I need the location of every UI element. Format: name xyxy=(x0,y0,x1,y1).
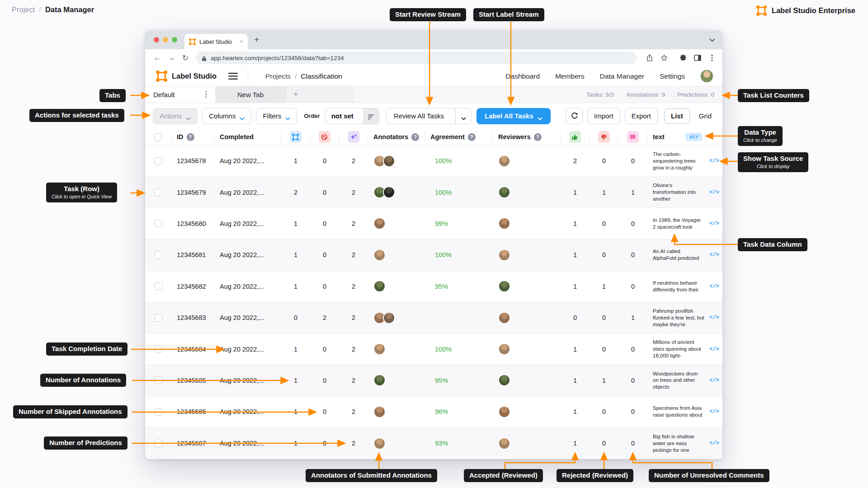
show-source-icon[interactable]: </> xyxy=(709,252,719,258)
reviewer-avatar[interactable] xyxy=(498,312,510,324)
show-source-icon[interactable]: </> xyxy=(709,440,719,446)
actions-dropdown[interactable]: Actions xyxy=(153,108,198,124)
sort-direction-button[interactable] xyxy=(363,108,379,124)
help-icon[interactable]: ? xyxy=(534,133,542,141)
reviewer-avatar[interactable] xyxy=(498,374,510,386)
label-all-tasks-button[interactable]: Label All Tasks xyxy=(476,108,551,124)
data-type-badge[interactable]: str xyxy=(686,133,702,141)
export-button[interactable]: Export xyxy=(625,108,658,124)
show-source-icon[interactable]: </> xyxy=(709,346,719,352)
nav-settings[interactable]: Settings xyxy=(660,72,685,80)
tab-options-icon[interactable] xyxy=(205,91,207,98)
annotator-avatar[interactable] xyxy=(373,437,386,450)
reviewer-avatar[interactable] xyxy=(498,249,510,261)
close-window-icon[interactable] xyxy=(154,37,159,42)
annotator-avatar[interactable] xyxy=(383,186,395,198)
annotator-avatar[interactable] xyxy=(373,343,386,355)
nav-dashboard[interactable]: Dashboard xyxy=(505,72,540,80)
tab-default[interactable]: Default xyxy=(145,86,216,103)
nav-members[interactable]: Members xyxy=(555,72,585,80)
accepted-reviews-icon[interactable] xyxy=(569,131,581,143)
reviewer-avatar[interactable] xyxy=(498,155,510,167)
header-reviewers[interactable]: Reviewers xyxy=(498,133,531,141)
hamburger-menu-icon[interactable] xyxy=(228,73,238,80)
tab-new-tab[interactable]: New Tab xyxy=(216,86,286,103)
extensions-icon[interactable] xyxy=(679,54,687,61)
table-row[interactable]: 12345684 Aug 20 2022,... 1 0 2 100% 1 0 … xyxy=(145,333,722,365)
show-source-icon[interactable]: </> xyxy=(709,221,719,227)
annotator-avatar[interactable] xyxy=(373,217,386,230)
browser-tab[interactable]: Label Studio × xyxy=(184,34,248,49)
table-row[interactable]: 12345680 Aug 20 2022,... 1 0 2 99% 1 0 0… xyxy=(145,208,722,239)
star-icon[interactable] xyxy=(660,54,668,61)
show-source-icon[interactable]: </> xyxy=(709,408,719,415)
row-checkbox[interactable] xyxy=(155,314,162,322)
annotator-avatar[interactable] xyxy=(373,374,386,386)
nav-data-manager[interactable]: Data Manager xyxy=(600,72,644,80)
help-icon[interactable]: ? xyxy=(468,133,476,141)
reviewer-avatar[interactable] xyxy=(498,406,510,418)
table-row[interactable]: 12345687 Aug 20 2022,... 1 0 2 93% 1 0 0… xyxy=(145,428,722,459)
user-avatar[interactable] xyxy=(700,70,713,83)
show-source-icon[interactable]: </> xyxy=(709,283,719,290)
help-icon[interactable]: ? xyxy=(411,133,419,141)
show-source-icon[interactable]: </> xyxy=(709,314,719,321)
reviewer-avatar[interactable] xyxy=(498,437,510,450)
row-checkbox[interactable] xyxy=(155,220,162,227)
label-studio-logo-icon[interactable] xyxy=(156,70,167,82)
table-row[interactable]: 12345683 Aug 20 2022,... 0 2 2 0 0 1 Pah… xyxy=(145,302,722,333)
show-source-icon[interactable]: </> xyxy=(709,377,719,384)
table-row[interactable]: 12345686 Aug 20 2022,... 1 0 2 96% 1 0 0… xyxy=(145,396,722,427)
breadcrumb-project[interactable]: Project xyxy=(12,5,35,14)
columns-dropdown[interactable]: Columns xyxy=(202,108,251,124)
forward-icon[interactable]: → xyxy=(166,53,177,62)
review-options-button[interactable] xyxy=(455,108,472,124)
reload-icon[interactable]: ↻ xyxy=(180,53,191,63)
table-row[interactable]: 12345681 Aug 20 2022,... 1 0 2 100% 1 0 … xyxy=(145,239,722,271)
row-checkbox[interactable] xyxy=(155,157,162,165)
header-completed[interactable]: Completed xyxy=(220,133,254,141)
back-icon[interactable]: ← xyxy=(152,53,163,62)
annotator-avatar[interactable] xyxy=(373,280,386,292)
header-id[interactable]: ID xyxy=(177,133,184,141)
add-tab-button[interactable]: + xyxy=(286,86,354,103)
row-checkbox[interactable] xyxy=(155,440,162,447)
minimize-window-icon[interactable] xyxy=(163,37,168,42)
rejected-reviews-icon[interactable] xyxy=(598,131,610,143)
annotator-avatar[interactable] xyxy=(373,249,386,261)
tab-search-chevron-icon[interactable] xyxy=(709,36,715,44)
close-tab-icon[interactable]: × xyxy=(240,38,243,45)
breadcrumb-projects[interactable]: Projects xyxy=(265,72,291,80)
reviewer-avatar[interactable] xyxy=(498,186,510,198)
header-text[interactable]: text xyxy=(653,133,665,141)
table-row[interactable]: 12345682 Aug 20 2022,... 1 0 2 95% 1 1 0… xyxy=(145,271,722,302)
reviewer-avatar[interactable] xyxy=(498,343,510,355)
row-checkbox[interactable] xyxy=(155,282,162,290)
filters-dropdown[interactable]: Filters xyxy=(256,108,297,124)
predictions-icon[interactable] xyxy=(348,131,359,143)
annotator-avatar[interactable] xyxy=(373,406,386,418)
table-row[interactable]: 12345679 Aug 20 2022,... 2 0 2 100% 1 1 … xyxy=(145,177,722,208)
annotator-avatar[interactable] xyxy=(383,155,395,167)
row-checkbox[interactable] xyxy=(155,345,162,353)
order-button[interactable]: not set xyxy=(325,108,379,124)
select-all-checkbox[interactable] xyxy=(154,133,162,141)
table-row[interactable]: 12345678 Aug 20 2022,... 1 0 2 100% 2 0 … xyxy=(145,145,722,177)
header-annotators[interactable]: Annotators xyxy=(373,133,408,141)
unresolved-comments-icon[interactable] xyxy=(627,131,639,143)
skipped-annotations-icon[interactable] xyxy=(319,131,330,143)
view-toggle-list[interactable]: List xyxy=(664,108,690,124)
row-checkbox[interactable] xyxy=(155,408,162,416)
review-all-tasks-button[interactable]: Review All Tasks xyxy=(386,108,472,124)
view-toggle-grid[interactable]: Grid xyxy=(694,112,716,120)
annotator-avatar[interactable] xyxy=(383,312,395,324)
show-source-icon[interactable]: </> xyxy=(709,158,719,164)
zoom-window-icon[interactable] xyxy=(172,37,177,42)
new-tab-icon[interactable]: + xyxy=(254,35,259,45)
row-checkbox[interactable] xyxy=(155,188,162,196)
address-bar[interactable]: app.heartex.com/projects/123456/data?tab… xyxy=(196,52,637,64)
row-checkbox[interactable] xyxy=(155,251,162,259)
more-menu-icon[interactable] xyxy=(708,54,716,61)
import-button[interactable]: Import xyxy=(587,108,620,124)
reviewer-avatar[interactable] xyxy=(498,280,510,292)
